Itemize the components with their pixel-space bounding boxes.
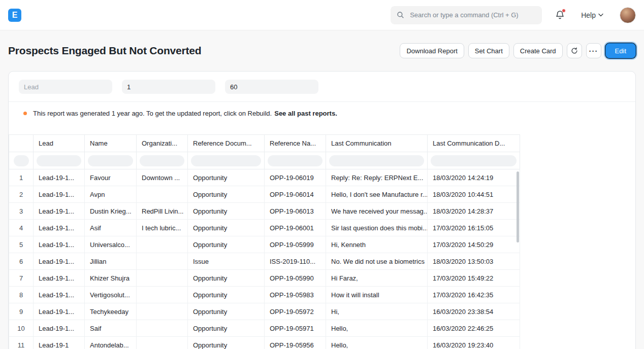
- cell-lead[interactable]: Lead-19-1: [34, 337, 85, 349]
- column-filter-name[interactable]: [88, 155, 133, 166]
- cell-reference-name[interactable]: OPP-19-05972: [265, 303, 326, 320]
- cell-last-communication[interactable]: Reply: Re: Reply: ERPNext E...: [326, 169, 428, 186]
- cell-lead[interactable]: Lead-19-1...: [34, 287, 85, 303]
- cell-organization[interactable]: RedPill Livin...: [137, 203, 188, 220]
- cell-reference-name[interactable]: OPP-19-05956: [265, 337, 326, 349]
- cell-reference-doctype[interactable]: Opportunity: [188, 320, 265, 337]
- cell-reference-name[interactable]: OPP-19-06013: [265, 203, 326, 220]
- cell-reference-doctype[interactable]: Opportunity: [188, 337, 265, 349]
- cell-name[interactable]: Techykeeday: [85, 303, 137, 320]
- cell-last-communication[interactable]: Hello,: [326, 320, 428, 337]
- cell-last-communication[interactable]: Hi Faraz,: [326, 270, 428, 287]
- cell-lead[interactable]: Lead-19-1...: [34, 303, 85, 320]
- cell-last-communication-date[interactable]: 16/03/2020 23:38:54: [428, 303, 520, 320]
- cell-name[interactable]: Avpn: [85, 186, 137, 203]
- cell-last-communication[interactable]: Hello, I don't see Manufacture r...: [326, 186, 428, 203]
- from-filter-input[interactable]: [122, 80, 215, 94]
- column-header-last-communication[interactable]: Last Communication: [326, 135, 428, 152]
- column-header-lead[interactable]: Lead: [34, 135, 85, 152]
- cell-organization[interactable]: I tech lubric...: [137, 220, 188, 236]
- cell-last-communication[interactable]: Hi,: [326, 303, 428, 320]
- cell-reference-doctype[interactable]: Opportunity: [188, 270, 265, 287]
- menu-button[interactable]: ···: [586, 43, 601, 58]
- notifications-button[interactable]: [555, 10, 565, 20]
- cell-reference-name[interactable]: OPP-19-05999: [265, 236, 326, 253]
- cell-lead[interactable]: Lead-19-1...: [34, 253, 85, 270]
- column-header-name[interactable]: Name: [85, 135, 137, 152]
- cell-lead[interactable]: Lead-19-1...: [34, 220, 85, 236]
- column-header-reference-name[interactable]: Reference Na...: [265, 135, 326, 152]
- cell-organization[interactable]: [137, 186, 188, 203]
- cell-name[interactable]: Saif: [85, 320, 137, 337]
- cell-organization[interactable]: [137, 303, 188, 320]
- cell-organization[interactable]: [137, 253, 188, 270]
- to-filter-input[interactable]: [225, 80, 318, 94]
- user-avatar[interactable]: [620, 7, 636, 23]
- cell-name[interactable]: Asif: [85, 220, 137, 236]
- column-header-organization[interactable]: Organizati...: [137, 135, 188, 152]
- cell-last-communication[interactable]: Hello,: [326, 337, 428, 349]
- cell-reference-name[interactable]: ISS-2019-110...: [265, 253, 326, 270]
- cell-reference-doctype[interactable]: Opportunity: [188, 203, 265, 220]
- cell-lead[interactable]: Lead-19-1...: [34, 320, 85, 337]
- cell-name[interactable]: Vertigosolut...: [85, 287, 137, 303]
- cell-name[interactable]: Antondelab...: [85, 337, 137, 349]
- column-filter-last-communication-date[interactable]: [431, 155, 517, 166]
- cell-organization[interactable]: [137, 337, 188, 349]
- cell-last-communication-date[interactable]: 18/03/2020 14:28:37: [428, 203, 520, 220]
- cell-name[interactable]: Khizer Shujra: [85, 270, 137, 287]
- search-input[interactable]: [409, 11, 536, 19]
- cell-lead[interactable]: Lead-19-1...: [34, 169, 85, 186]
- cell-reference-name[interactable]: OPP-19-05990: [265, 270, 326, 287]
- cell-last-communication-date[interactable]: 17/03/2020 16:15:05: [428, 220, 520, 236]
- create-card-button[interactable]: Create Card: [513, 43, 563, 58]
- cell-last-communication-date[interactable]: 18/03/2020 14:24:19: [428, 169, 520, 186]
- past-reports-link[interactable]: See all past reports.: [274, 110, 337, 117]
- column-filter-lead[interactable]: [37, 155, 81, 166]
- cell-reference-name[interactable]: OPP-19-06014: [265, 186, 326, 203]
- column-filter-reference-name[interactable]: [268, 155, 323, 166]
- cell-name[interactable]: Universalco...: [85, 236, 137, 253]
- cell-reference-name[interactable]: OPP-19-06001: [265, 220, 326, 236]
- edit-button[interactable]: Edit: [605, 43, 636, 58]
- cell-reference-doctype[interactable]: Opportunity: [188, 220, 265, 236]
- column-filter-reference-doctype[interactable]: [191, 155, 261, 166]
- cell-lead[interactable]: Lead-19-1...: [34, 203, 85, 220]
- column-filter-index[interactable]: [14, 155, 29, 166]
- cell-last-communication-date[interactable]: 16/03/2020 19:23:40: [428, 337, 520, 349]
- column-header-last-communication-date[interactable]: Last Communication D...: [428, 135, 520, 152]
- cell-last-communication-date[interactable]: 18/03/2020 10:44:51: [428, 186, 520, 203]
- cell-lead[interactable]: Lead-19-1...: [34, 236, 85, 253]
- cell-reference-name[interactable]: OPP-19-05971: [265, 320, 326, 337]
- cell-last-communication-date[interactable]: 17/03/2020 15:49:22: [428, 270, 520, 287]
- cell-last-communication-date[interactable]: 17/03/2020 14:50:29: [428, 236, 520, 253]
- cell-last-communication[interactable]: Hi, Kenneth: [326, 236, 428, 253]
- cell-lead[interactable]: Lead-19-1...: [34, 270, 85, 287]
- set-chart-button[interactable]: Set Chart: [468, 43, 509, 58]
- cell-last-communication[interactable]: We have received your messag...: [326, 203, 428, 220]
- table-scrollbar[interactable]: [517, 171, 519, 242]
- cell-reference-doctype[interactable]: Opportunity: [188, 186, 265, 203]
- cell-reference-doctype[interactable]: Issue: [188, 253, 265, 270]
- erpnext-logo[interactable]: E: [8, 9, 21, 22]
- cell-organization[interactable]: Downtown ...: [137, 169, 188, 186]
- cell-last-communication-date[interactable]: 17/03/2020 16:42:35: [428, 287, 520, 303]
- download-report-button[interactable]: Download Report: [400, 43, 464, 58]
- cell-reference-name[interactable]: OPP-19-05983: [265, 287, 326, 303]
- cell-last-communication[interactable]: Sir last question does this mobi...: [326, 220, 428, 236]
- cell-reference-doctype[interactable]: Opportunity: [188, 303, 265, 320]
- column-filter-last-communication[interactable]: [329, 155, 424, 166]
- cell-reference-doctype[interactable]: Opportunity: [188, 169, 265, 186]
- cell-last-communication-date[interactable]: 16/03/2020 22:46:25: [428, 320, 520, 337]
- refresh-button[interactable]: [567, 43, 582, 58]
- global-search[interactable]: [391, 6, 542, 24]
- column-header-reference-doctype[interactable]: Reference Docum...: [188, 135, 265, 152]
- cell-organization[interactable]: [137, 270, 188, 287]
- cell-last-communication[interactable]: No. We did not use a biometrics: [326, 253, 428, 270]
- cell-reference-doctype[interactable]: Opportunity: [188, 287, 265, 303]
- cell-last-communication-date[interactable]: 18/03/2020 13:50:03: [428, 253, 520, 270]
- cell-name[interactable]: Dustin Krieg...: [85, 203, 137, 220]
- cell-name[interactable]: Jillian: [85, 253, 137, 270]
- help-menu[interactable]: Help: [578, 11, 606, 20]
- column-filter-organization[interactable]: [140, 155, 184, 166]
